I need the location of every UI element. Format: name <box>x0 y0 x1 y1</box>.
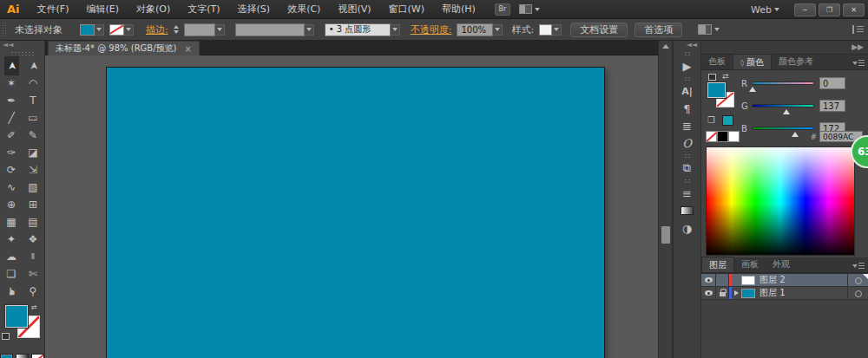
stroke-color-control[interactable] <box>109 24 134 36</box>
panel-menu-icon[interactable] <box>852 59 865 67</box>
fill-color-swatch[interactable] <box>80 24 95 36</box>
target-icon[interactable] <box>855 290 862 297</box>
eyedropper-tool[interactable]: ✦ <box>1 231 23 248</box>
variable-width-profile-control[interactable] <box>235 23 314 36</box>
menu-object[interactable]: 对象(O) <box>128 0 179 18</box>
slice-tool[interactable]: ✄ <box>23 265 44 283</box>
pencil-tool[interactable]: ✎ <box>23 127 44 144</box>
menu-window[interactable]: 窗口(W) <box>380 0 433 18</box>
lock-cell[interactable] <box>716 274 729 287</box>
target-icon[interactable] <box>855 277 862 284</box>
closest-web-color-swatch[interactable] <box>722 115 733 126</box>
opacity-control[interactable]: 100% <box>457 23 503 36</box>
transparency-panel-icon[interactable]: ◑ <box>674 219 700 237</box>
paintbrush-tool[interactable]: ✐ <box>1 127 23 144</box>
width-tool[interactable]: ∿ <box>1 179 23 196</box>
restore-button[interactable]: ❐ <box>819 3 840 16</box>
opacity-dropdown[interactable] <box>493 24 503 36</box>
red-value-field[interactable]: 0 <box>819 77 845 89</box>
scroll-up-arrow-icon[interactable] <box>659 41 672 52</box>
zoom-tool[interactable]: ⚲ <box>23 283 44 300</box>
magic-wand-tool[interactable]: ✶ <box>1 75 23 92</box>
default-fill-stroke-icon[interactable] <box>2 333 10 340</box>
brush-definition-control[interactable]: • 3 点圆形 <box>325 23 400 36</box>
control-misc-control[interactable] <box>687 24 720 35</box>
symbol-sprayer-tool[interactable]: ☁ <box>1 248 23 265</box>
layer-row[interactable]: 图层 1 <box>701 287 868 300</box>
type-tool[interactable]: T <box>23 92 44 109</box>
scrollbar-thumb[interactable] <box>661 226 670 244</box>
menu-select[interactable]: 选择(S) <box>229 0 279 18</box>
blob-brush-tool[interactable]: ✑ <box>1 144 23 161</box>
variable-width-profile-dropdown[interactable] <box>305 24 314 36</box>
graphic-style-control[interactable] <box>539 24 562 36</box>
scale-tool[interactable]: ⇲ <box>23 161 44 179</box>
layer-name[interactable]: 图层 1 <box>760 287 847 299</box>
dock-grip[interactable] <box>684 76 690 81</box>
expand-cell[interactable] <box>732 287 741 300</box>
control-bar-menu-icon[interactable] <box>852 25 864 34</box>
brush-definition-field[interactable]: • 3 点圆形 <box>325 23 391 36</box>
fill-color-dropdown[interactable] <box>95 24 104 36</box>
gradient-panel-icon[interactable] <box>674 202 700 219</box>
appearance-panel-icon[interactable]: ≡ <box>674 185 700 202</box>
pen-tool[interactable]: ✒ <box>1 92 23 109</box>
white-swatch[interactable] <box>728 131 740 142</box>
blue-slider[interactable] <box>752 127 814 130</box>
tab-appearance[interactable]: 外观 <box>766 257 797 272</box>
none-swatch[interactable] <box>706 131 717 142</box>
menu-type[interactable]: 文字(T) <box>179 0 228 18</box>
document-tab[interactable]: 未标题-4* @ 98% (RGB/预览) × <box>48 41 200 55</box>
tab-color-guide[interactable]: 颜色参考 <box>772 54 820 69</box>
stroke-weight-dropdown[interactable] <box>215 24 225 36</box>
color-spectrum[interactable] <box>706 146 855 256</box>
stroke-color-dropdown[interactable] <box>124 24 134 36</box>
visibility-cell[interactable] <box>701 274 716 287</box>
fill-color-control[interactable] <box>80 24 104 36</box>
lock-icon[interactable] <box>720 292 726 296</box>
mesh-tool[interactable]: ▦ <box>1 213 23 231</box>
line-segment-tool[interactable]: ╱ <box>1 109 23 127</box>
artboard[interactable] <box>106 67 605 358</box>
dock-grip[interactable] <box>684 153 690 158</box>
rotate-tool[interactable]: ⟳ <box>1 161 23 179</box>
graphic-style-dropdown[interactable] <box>552 24 562 36</box>
menu-help[interactable]: 帮助(H) <box>433 0 484 18</box>
green-value-field[interactable]: 137 <box>819 100 845 112</box>
menu-file[interactable]: 文件(F) <box>29 0 78 18</box>
align-panel-icon[interactable]: ≣ <box>674 117 700 134</box>
rectangle-tool[interactable]: ▭ <box>23 109 44 127</box>
stroke-weight-field[interactable] <box>184 23 215 36</box>
dock-grip[interactable] <box>684 51 690 55</box>
paragraph-panel-icon[interactable]: ¶ <box>674 100 700 117</box>
panel-menu-icon[interactable] <box>852 262 865 270</box>
eye-icon[interactable] <box>705 290 713 296</box>
blue-slider-thumb[interactable] <box>792 132 799 137</box>
minimize-button[interactable]: ─ <box>794 3 816 16</box>
canvas[interactable] <box>45 55 658 358</box>
dock-collapse-icon[interactable]: ◄◄ <box>674 41 700 49</box>
preferences-button[interactable]: 首选项 <box>635 23 682 37</box>
menu-effect[interactable]: 效果(C) <box>279 0 329 18</box>
duplicate-icon[interactable] <box>708 74 716 81</box>
tab-close-icon[interactable]: × <box>184 44 191 54</box>
close-button[interactable]: ✕ <box>843 3 865 16</box>
gradient-tool[interactable]: ▤ <box>23 213 44 231</box>
green-slider-thumb[interactable] <box>783 109 790 114</box>
transform-panel-icon[interactable]: ⧉ <box>674 159 700 177</box>
visibility-cell[interactable] <box>701 287 716 300</box>
web-color-warning-icon[interactable]: ❒ <box>707 115 715 125</box>
graphic-style-swatch[interactable] <box>539 24 552 36</box>
stroke-panel-link[interactable]: 描边: <box>146 23 168 36</box>
character-panel-icon[interactable]: A| <box>674 82 700 100</box>
tab-artboards[interactable]: 画板 <box>734 257 766 272</box>
tools-collapse-icon[interactable]: ◄◄ <box>0 41 44 49</box>
eraser-tool[interactable]: ◪ <box>23 144 44 161</box>
green-slider[interactable] <box>752 104 814 107</box>
menu-view[interactable]: 视图(V) <box>329 0 379 18</box>
tab-swatches[interactable]: 色板 <box>701 54 733 69</box>
dock-grip[interactable] <box>684 179 690 183</box>
color-button[interactable] <box>0 354 13 358</box>
workspace-switcher[interactable]: Web <box>751 4 779 16</box>
stroke-color-swatch[interactable] <box>109 24 124 36</box>
